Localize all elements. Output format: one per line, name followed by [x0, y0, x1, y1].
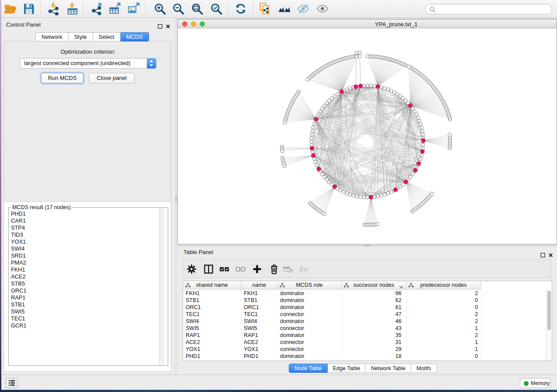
cell-predecessor-nodes[interactable]: 0 — [406, 353, 478, 359]
show-all-icon[interactable] — [316, 2, 329, 15]
cell-predecessor-nodes[interactable]: 1 — [406, 339, 478, 345]
table-row[interactable]: PHD1PHD1dominator180 — [183, 353, 546, 360]
unselect-all-columns-icon[interactable] — [235, 264, 246, 275]
column-header-successor-nodes[interactable]: successor nodes — [342, 281, 406, 289]
column-header-shared-name[interactable]: shared name — [183, 281, 241, 289]
network-graph[interactable] — [178, 29, 557, 244]
network-from-selection-icon[interactable] — [258, 2, 271, 15]
column-header-name[interactable]: name — [241, 281, 277, 289]
mcds-result-item[interactable]: GCR1 — [11, 322, 27, 329]
add-column-icon[interactable] — [252, 264, 263, 275]
cell-mcds-role[interactable]: dominator — [280, 353, 304, 359]
mcds-result-item[interactable]: ORC1 — [11, 287, 27, 294]
tab-select[interactable]: Select — [93, 32, 121, 41]
search-input[interactable] — [438, 5, 549, 14]
export-network-icon[interactable] — [91, 2, 104, 15]
cell-name[interactable]: STB1 — [244, 297, 257, 303]
save-session-icon[interactable] — [22, 2, 35, 15]
close-panel-button[interactable]: Close panel — [89, 73, 135, 83]
mcds-result-item[interactable]: CAR1 — [11, 217, 27, 224]
column-header-predecessor-nodes[interactable]: predecessor nodes — [406, 281, 481, 289]
refresh-icon[interactable] — [234, 2, 247, 15]
import-network-icon[interactable] — [47, 2, 60, 15]
table-row[interactable]: RAP1RAP1dominator352 — [183, 332, 546, 339]
table-scrollbar[interactable] — [546, 290, 551, 361]
cell-predecessor-nodes[interactable]: 2 — [406, 311, 478, 317]
cell-predecessor-nodes[interactable]: 2 — [406, 290, 478, 296]
cell-name[interactable]: ORC1 — [244, 304, 259, 310]
mcds-result-item[interactable]: TEC1 — [11, 315, 27, 322]
memory-button[interactable]: Memory — [520, 378, 551, 388]
column-header-MCDS-role[interactable]: MCDS role — [277, 281, 342, 289]
zoom-in-icon[interactable] — [153, 2, 166, 15]
cell-name[interactable]: SWI5 — [244, 325, 257, 331]
table-row[interactable]: ORC1ORC1dominator610 — [183, 304, 546, 311]
table-row[interactable]: FKH1FKH1dominator962 — [183, 290, 546, 297]
cell-shared-name[interactable]: PHD1 — [186, 353, 200, 359]
mcds-result-item[interactable]: FKH1 — [11, 266, 27, 273]
cell-name[interactable]: PHD1 — [244, 353, 258, 359]
mcds-result-item[interactable]: SWI5 — [11, 308, 27, 315]
table-row[interactable]: STB1STB1dominator620 — [183, 297, 546, 304]
tab-node-table[interactable]: Node Table — [289, 364, 328, 373]
cell-mcds-role[interactable]: dominator — [280, 304, 304, 310]
mcds-result-scrollbar[interactable] — [159, 208, 164, 365]
export-table-icon[interactable] — [108, 2, 121, 15]
close-panel-icon[interactable] — [166, 23, 170, 28]
hide-selected-icon[interactable] — [297, 2, 310, 15]
cell-successor-nodes[interactable]: 46 — [342, 318, 401, 324]
cell-shared-name[interactable]: STB1 — [186, 297, 199, 303]
optimization-criterion-select[interactable]: largest connected component (undirected) — [20, 58, 156, 69]
column-panel-icon[interactable] — [203, 264, 214, 275]
task-history-button[interactable] — [6, 378, 17, 388]
run-mcds-button[interactable]: Run MCDS — [41, 73, 83, 83]
search-box[interactable] — [425, 4, 552, 14]
mcds-result-item[interactable]: STB1 — [11, 301, 27, 308]
mcds-result-item[interactable]: STP4 — [11, 224, 27, 231]
cell-predecessor-nodes[interactable]: 2 — [406, 332, 478, 338]
cell-name[interactable]: FKH1 — [244, 290, 258, 296]
cell-shared-name[interactable]: SWI4 — [186, 318, 199, 324]
table-scrollbar-thumb[interactable] — [547, 291, 551, 330]
cell-successor-nodes[interactable]: 61 — [342, 304, 401, 310]
tab-network-table[interactable]: Network Table — [366, 364, 411, 373]
mcds-result-item[interactable]: STB5 — [11, 280, 27, 287]
table-row[interactable]: YOX1YOX1connector291 — [183, 346, 546, 353]
tab-network[interactable]: Network — [35, 32, 69, 41]
tab-mcds[interactable]: MCDS — [121, 32, 149, 41]
cell-successor-nodes[interactable]: 31 — [342, 339, 401, 345]
mcds-result-list[interactable]: PHD1CAR1STP4TID3YOX1SWI4SRD1PMA2FKH1ACE2… — [9, 210, 27, 329]
cell-shared-name[interactable]: TEC1 — [186, 311, 200, 317]
cell-successor-nodes[interactable]: 43 — [342, 325, 401, 331]
cell-name[interactable]: TEC1 — [244, 311, 258, 317]
cell-mcds-role[interactable]: dominator — [280, 332, 304, 338]
cell-shared-name[interactable]: FKH1 — [186, 290, 200, 296]
export-image-icon[interactable] — [127, 2, 140, 15]
cell-name[interactable]: YOX1 — [244, 346, 258, 352]
table-row[interactable]: ACE2ACE2connector311 — [183, 339, 546, 346]
select-all-columns-icon[interactable] — [219, 264, 230, 275]
cell-shared-name[interactable]: ORC1 — [186, 304, 201, 310]
float-panel-icon[interactable] — [158, 23, 163, 28]
cell-successor-nodes[interactable]: 96 — [342, 290, 401, 296]
float-table-panel-icon[interactable] — [540, 251, 545, 256]
mcds-result-item[interactable]: SRD1 — [11, 252, 27, 259]
cell-successor-nodes[interactable]: 47 — [342, 311, 401, 317]
cell-mcds-role[interactable]: connector — [280, 311, 304, 317]
cell-name[interactable]: SWI4 — [244, 318, 257, 324]
mcds-result-item[interactable]: YOX1 — [11, 238, 27, 245]
cell-successor-nodes[interactable]: 18 — [342, 353, 401, 359]
cell-predecessor-nodes[interactable]: 0 — [406, 304, 478, 310]
cell-predecessor-nodes[interactable]: 1 — [406, 325, 478, 331]
zoom-out-icon[interactable] — [172, 2, 185, 15]
cell-shared-name[interactable]: YOX1 — [186, 346, 200, 352]
cell-name[interactable]: ACE2 — [244, 339, 258, 345]
cell-mcds-role[interactable]: dominator — [280, 290, 304, 296]
close-window-traffic-light[interactable] — [182, 21, 187, 27]
table-row[interactable]: SWI5SWI5connector431 — [183, 325, 546, 332]
first-neighbors-icon[interactable] — [278, 2, 291, 15]
cell-mcds-role[interactable]: connector — [280, 346, 304, 352]
cell-mcds-role[interactable]: dominator — [280, 318, 304, 324]
zoom-selected-icon[interactable] — [210, 2, 223, 15]
table-row[interactable]: TEC1TEC1connector472 — [183, 311, 546, 318]
